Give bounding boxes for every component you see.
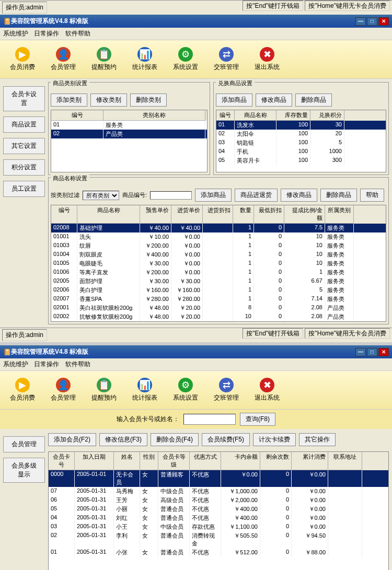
product-stock-button[interactable]: 商品进退货 [235,189,278,202]
col-header[interactable]: 进货折扣 [203,205,233,224]
col-header[interactable]: 编号 [51,205,77,224]
table-row[interactable]: 01洗发水10030 [216,121,386,130]
toolbar-统计报表[interactable]: 📊统计报表 [128,375,162,405]
product-grid[interactable]: 编号商品名称预售单价进货单价进货折扣数量最低折扣提成比例/金额所属类别02008… [51,205,386,322]
col-header[interactable]: 预售单价 [140,205,171,224]
col-header[interactable]: 优惠方式 [190,452,221,470]
col-header[interactable]: 进货单价 [171,205,203,224]
table-row[interactable]: 01003纹唇￥200.00￥0.001010服务类 [51,241,386,250]
table-row[interactable]: 022005-01-31李利女普通会员消费转现金￥505.500￥94.50 [49,531,388,548]
toolbar-交班管理[interactable]: ⇄交班管理 [209,44,244,74]
exchange-grid[interactable]: 编号商品名称库存数量兑换积分01洗发水1003002太阳伞1002003钥匙链1… [216,110,386,172]
side-商品设置[interactable]: 商品设置 [3,117,45,133]
col-header[interactable]: 会员卡号 [49,452,75,470]
toolbar-退出系统[interactable]: ✖退出系统 [250,44,284,74]
col-header[interactable]: 剩余次数 [260,452,292,470]
table-row[interactable]: 01005电眼睫毛￥30.00￥0.001010服务类 [51,259,386,268]
minimize-button-2[interactable]: — [355,348,366,356]
col-header[interactable]: 商品名称 [77,205,140,224]
col-header[interactable]: 数量 [233,205,254,224]
maximize-button[interactable]: □ [367,17,377,26]
close-button[interactable]: ✕ [378,17,389,26]
col-header[interactable]: 所属类别 [325,205,354,224]
toolbar-会员管理[interactable]: 👤会员管理 [46,375,80,405]
maximize-button-2[interactable]: □ [367,348,377,356]
table-row[interactable]: 01服务类 [51,121,207,130]
col-header[interactable]: 卡内余额 [221,452,260,470]
table-row[interactable]: 02太阳伞10020 [216,130,386,138]
col-header[interactable]: 累计消费 [292,452,328,470]
side-员工设置[interactable]: 员工设置 [3,181,45,197]
col-header[interactable]: 编号 [51,110,103,121]
toolbar-会员管理[interactable]: 👤会员管理 [46,44,80,74]
product-code-input[interactable] [150,191,192,200]
table-row[interactable]: 03钥匙链1005 [216,138,386,147]
add-exchange-button[interactable]: 添加商品 [216,94,252,107]
table-row[interactable]: 02008基础护理￥40.00￥40.00107.5服务类 [51,224,386,232]
toolbar-会员消费[interactable]: ▶会员消费 [5,44,40,74]
table-row[interactable]: 062005-01-31王芳女高级会员不优惠￥2,000.000￥0.00 [49,496,388,505]
edit-exchange-button[interactable]: 修改商品 [256,94,292,107]
table-row[interactable]: 02001美白祛斑软膜粉200g￥48.00￥20.00802.08产品类 [51,304,386,312]
table-row[interactable]: 02产品类 [51,130,207,138]
help-button[interactable]: 帮助 [360,189,384,202]
table-row[interactable]: 01001洗头￥10.00￥0.001010服务类 [51,232,386,241]
col-header[interactable]: 编号 [216,110,235,121]
delete-product-button[interactable]: 删除商品 [320,189,357,202]
side-会员多级显示[interactable]: 会员多级显示 [3,458,45,483]
table-row[interactable]: 00002005-01-01无卡会员女普通顾客不优惠￥0.000￥0.00 [49,470,388,487]
table-row[interactable]: 01006等离子直发￥200.00￥0.00101服务类 [51,268,386,277]
side-会员卡设置[interactable]: 会员卡设置 [3,86,45,111]
table-row[interactable]: 01004割双眼皮￥400.00￥0.001010服务类 [51,250,386,259]
delete-category-button[interactable]: 删除类别 [130,94,167,107]
toolbar-会员消费[interactable]: ▶会员消费 [5,375,40,405]
col-header[interactable]: 会员卡等级 [158,452,190,470]
action-其它操作[interactable]: 其它操作 [299,433,336,446]
table-row[interactable]: 052005-01-31小丽女普通会员不优惠￥400.000￥0.00 [49,505,388,514]
col-header[interactable]: 姓名 [114,452,140,470]
action-删除会员(F4)[interactable]: 删除会员(F4) [151,433,199,446]
toolbar-统计报表[interactable]: 📊统计报表 [128,44,162,74]
col-header[interactable]: 性别 [140,452,158,470]
close-button-2[interactable]: ✕ [378,348,389,356]
toolbar-提醒预约[interactable]: 📋提醒预约 [87,375,121,405]
menu-daily-2[interactable]: 日常操作 [34,360,59,369]
table-row[interactable]: 012005-01-31小张女普通会员不优惠￥512.000￥88.00 [49,548,388,557]
table-row[interactable]: 032005-01-31小王女中级会员存款优惠￥1,100.000￥0.00 [49,522,388,531]
menu-system-2[interactable]: 系统维护 [3,360,28,369]
col-header[interactable]: 商品名称 [235,110,276,121]
query-button[interactable]: 查询(F8) [240,413,275,426]
table-row[interactable]: 02002抗敏修复软膜粉200g￥48.00￥20.001002.08产品类 [51,312,386,321]
toolbar-交班管理[interactable]: ⇄交班管理 [209,375,244,405]
delete-exchange-button[interactable]: 删除商品 [295,94,332,107]
col-header[interactable]: 库存数量 [276,110,310,121]
edit-category-button[interactable]: 修改类别 [90,94,127,107]
col-header[interactable]: 兑换积分 [310,110,344,121]
table-row[interactable]: 05美容月卡100300 [216,156,386,165]
side-其它设置[interactable]: 其它设置 [3,138,45,154]
add-category-button[interactable]: 添加类别 [51,94,87,107]
table-row[interactable]: 02005面部护理￥30.00￥30.00106.67服务类 [51,277,386,286]
action-会员续费(F5)[interactable]: 会员续费(F5) [202,433,250,446]
table-row[interactable]: 072005-01-31马秀梅女中级会员不优惠￥1,000.000￥0.00 [49,487,388,496]
col-header[interactable]: 联系地址 [328,452,362,470]
table-row[interactable]: 04手机1001000 [216,147,386,156]
category-grid[interactable]: 编号类别名称01服务类02产品类 [51,110,207,172]
col-header[interactable]: 类别名称 [103,110,205,121]
action-修改信息(F3)[interactable]: 修改信息(F3) [99,433,147,446]
toolbar-提醒预约[interactable]: 📋提醒预约 [87,44,121,74]
toolbar-系统设置[interactable]: ⚙系统设置 [168,375,203,405]
member-grid[interactable]: 会员卡号加入日期姓名性别会员卡等级优惠方式卡内余额剩余次数累计消费联系地址000… [48,451,389,570]
menu-help[interactable]: 软件帮助 [65,29,90,38]
category-filter-select[interactable]: 所有类别 [83,191,119,200]
col-header[interactable]: 提成比例/金额 [284,205,325,224]
toolbar-系统设置[interactable]: ⚙系统设置 [168,44,203,74]
add-product-button[interactable]: 添加商品 [195,189,232,202]
minimize-button[interactable]: — [355,17,366,26]
toolbar-退出系统[interactable]: ✖退出系统 [250,375,284,405]
col-header[interactable]: 最低折扣 [254,205,284,224]
menu-daily[interactable]: 日常操作 [34,29,59,38]
menu-help-2[interactable]: 软件帮助 [65,360,90,369]
side-积分设置[interactable]: 积分设置 [3,159,45,176]
member-search-input[interactable] [183,414,236,425]
